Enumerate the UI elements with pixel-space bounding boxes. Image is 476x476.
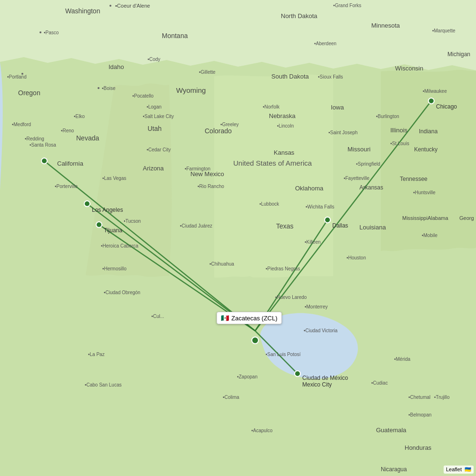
flight-routes-map (0, 0, 476, 476)
svg-point-15 (84, 201, 90, 207)
svg-point-17 (325, 217, 330, 223)
svg-point-18 (428, 98, 434, 104)
ukraine-flag: 🇺🇦 (465, 466, 471, 472)
svg-point-20 (252, 337, 258, 344)
svg-point-14 (41, 158, 47, 164)
map-container: Washington Idaho Montana North Dakota Mi… (0, 0, 476, 476)
svg-point-19 (295, 371, 300, 377)
svg-point-16 (96, 222, 102, 228)
leaflet-attribution: Leaflet 🇺🇦 (444, 466, 474, 474)
